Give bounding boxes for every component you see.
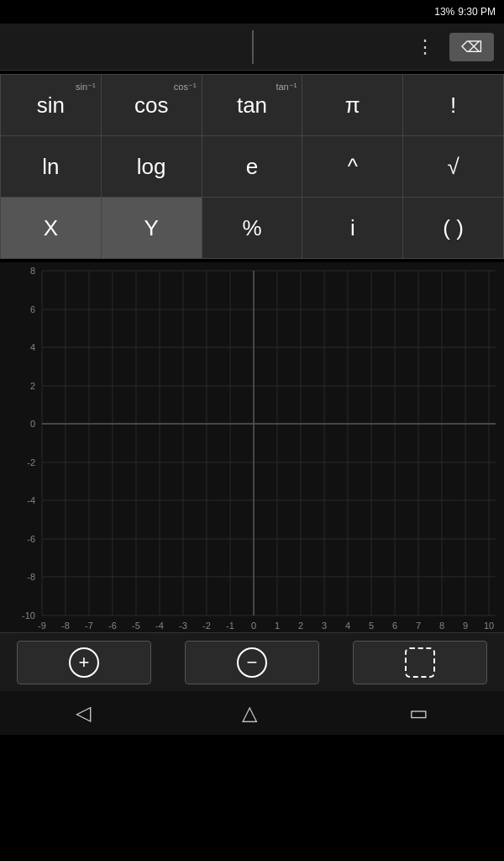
bottom-toolbar: + −	[0, 632, 504, 691]
time-text: 9:30 PM	[458, 6, 496, 18]
key-tan-label: tan	[237, 94, 267, 116]
subtract-label: −	[247, 652, 258, 673]
svg-text:-1: -1	[226, 621, 234, 631]
keypad-row-1: sin⁻¹ sin cos⁻¹ cos tan⁻¹ tan π !	[1, 75, 503, 136]
svg-text:-6: -6	[108, 621, 117, 631]
svg-text:6: 6	[30, 304, 35, 314]
svg-text:6: 6	[392, 621, 397, 631]
graph-svg: 8 6 4 2 0 -2 -4 -6 -8 -10 -9 -8 -7 -6 -5…	[0, 262, 504, 632]
home-button[interactable]: △	[225, 695, 274, 732]
status-bar: 13% 9:30 PM	[0, 0, 504, 24]
add-label: +	[79, 652, 90, 673]
svg-text:2: 2	[30, 381, 35, 391]
svg-text:3: 3	[322, 621, 327, 631]
svg-text:-5: -5	[132, 621, 140, 631]
top-divider	[252, 30, 254, 64]
svg-text:1: 1	[275, 621, 280, 631]
add-button[interactable]: +	[17, 641, 151, 684]
svg-text:4: 4	[30, 342, 35, 352]
svg-text:-7: -7	[85, 621, 93, 631]
key-tan-super: tan⁻¹	[276, 82, 297, 92]
key-x-label: X	[44, 217, 58, 239]
svg-text:-2: -2	[202, 621, 211, 631]
key-sqrt[interactable]: √	[403, 136, 503, 197]
key-sin-super: sin⁻¹	[76, 82, 96, 92]
key-cos-label: cos	[134, 94, 168, 116]
svg-text:7: 7	[416, 621, 421, 631]
recents-button[interactable]: ▭	[392, 695, 445, 732]
key-ln-label: ln	[42, 156, 59, 177]
svg-text:-4: -4	[27, 495, 35, 505]
subtract-button[interactable]: −	[185, 641, 319, 684]
key-cos-super: cos⁻¹	[174, 82, 197, 92]
svg-text:9: 9	[463, 621, 468, 631]
selection-icon	[405, 647, 435, 678]
key-pi-label: π	[345, 94, 360, 116]
svg-text:0: 0	[251, 621, 256, 631]
svg-text:-6: -6	[27, 534, 35, 544]
svg-text:-3: -3	[179, 621, 187, 631]
svg-text:-10: -10	[22, 610, 35, 621]
add-icon: +	[69, 647, 99, 678]
nav-bar: ◁ △ ▭	[0, 691, 504, 735]
svg-text:-2: -2	[27, 457, 35, 467]
svg-text:4: 4	[345, 621, 350, 631]
key-e[interactable]: e	[202, 136, 303, 197]
svg-text:2: 2	[298, 621, 303, 631]
key-percent[interactable]: %	[202, 198, 303, 258]
svg-text:8: 8	[439, 621, 444, 631]
key-factorial-label: !	[450, 94, 456, 116]
svg-text:5: 5	[369, 621, 374, 631]
key-sin[interactable]: sin⁻¹ sin	[1, 75, 102, 135]
graph-container[interactable]: 8 6 4 2 0 -2 -4 -6 -8 -10 -9 -8 -7 -6 -5…	[0, 262, 504, 632]
key-parens-label: ( )	[443, 217, 464, 239]
svg-text:0: 0	[30, 419, 35, 429]
menu-button[interactable]: ⋮	[409, 33, 441, 61]
key-pi[interactable]: π	[302, 75, 403, 135]
backspace-button[interactable]: ⌫	[449, 33, 494, 61]
svg-text:-4: -4	[155, 621, 164, 631]
key-power[interactable]: ^	[302, 136, 403, 197]
key-percent-label: %	[242, 217, 261, 239]
selection-button[interactable]	[353, 641, 487, 684]
keypad: sin⁻¹ sin cos⁻¹ cos tan⁻¹ tan π ! ln log…	[0, 74, 504, 259]
status-icons: 13% 9:30 PM	[434, 6, 496, 18]
back-button[interactable]: ◁	[59, 695, 108, 732]
key-sin-label: sin	[37, 94, 65, 116]
key-x[interactable]: X	[1, 198, 102, 258]
svg-text:-8: -8	[61, 621, 70, 631]
key-log-label: log	[137, 156, 166, 177]
key-power-label: ^	[348, 156, 358, 177]
key-cos[interactable]: cos⁻¹ cos	[102, 75, 202, 135]
key-tan[interactable]: tan⁻¹ tan	[202, 75, 303, 135]
svg-text:-8: -8	[27, 572, 35, 582]
top-bar: ⋮ ⌫	[0, 24, 504, 71]
battery-text: 13%	[434, 6, 454, 18]
keypad-row-2: ln log e ^ √	[1, 136, 503, 198]
keypad-row-3: X Y % i ( )	[1, 198, 503, 258]
svg-text:10: 10	[484, 621, 494, 631]
key-sqrt-label: √	[447, 156, 459, 177]
key-i[interactable]: i	[302, 198, 403, 258]
svg-text:-9: -9	[38, 621, 46, 631]
key-y[interactable]: Y	[102, 198, 202, 258]
key-e-label: e	[246, 156, 258, 177]
key-factorial[interactable]: !	[403, 75, 503, 135]
key-log[interactable]: log	[102, 136, 202, 197]
key-ln[interactable]: ln	[1, 136, 102, 197]
key-y-label: Y	[144, 217, 159, 239]
key-parens[interactable]: ( )	[403, 198, 503, 258]
subtract-icon: −	[237, 647, 267, 678]
key-i-label: i	[350, 217, 355, 239]
svg-text:8: 8	[30, 266, 35, 276]
